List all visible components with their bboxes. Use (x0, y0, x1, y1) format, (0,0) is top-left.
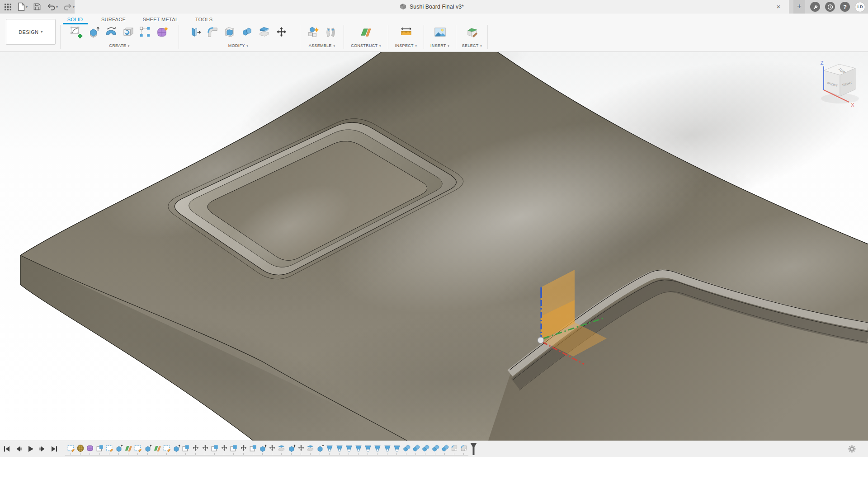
timeline-feature-fillet-icon[interactable] (393, 444, 401, 452)
next-step-button[interactable] (38, 445, 47, 453)
timeline-feature-sketch-icon[interactable] (163, 444, 171, 452)
timeline-feature-extrude-icon[interactable] (288, 444, 296, 452)
revolve-icon[interactable] (104, 25, 118, 40)
timeline-feature-combine-icon[interactable] (412, 444, 420, 452)
timeline-feature-fillet-icon[interactable] (335, 444, 344, 452)
timeline-feature-extrude-icon[interactable] (115, 444, 123, 452)
select-icon[interactable] (465, 25, 480, 40)
timeline-feature-fillet-icon[interactable] (326, 444, 334, 452)
timeline-feature-combine-icon[interactable] (441, 444, 449, 452)
viewport-canvas[interactable]: TOP FRONT RIGHT Z X (0, 52, 868, 441)
timeline-feature-fillet-icon[interactable] (364, 444, 372, 452)
joint-icon[interactable] (323, 25, 338, 40)
previous-step-button[interactable] (14, 445, 23, 453)
tab-sheet-metal[interactable]: SHEET METAL (143, 17, 179, 22)
ribbon-group-label-select[interactable]: SELECT ▾ (457, 43, 487, 48)
account-avatar[interactable]: LD (855, 2, 865, 12)
create-form-icon[interactable] (155, 25, 170, 40)
construction-plane-icon[interactable] (359, 25, 373, 40)
split-body-icon[interactable] (257, 25, 272, 40)
timeline-settings-gear-icon[interactable] (848, 445, 856, 453)
timeline-feature-move-icon[interactable] (220, 444, 228, 452)
save-button[interactable] (32, 1, 42, 13)
timeline-feature-move-icon[interactable] (192, 444, 200, 452)
file-menu-button[interactable]: ▾ (16, 1, 29, 13)
new-component-icon[interactable] (306, 25, 321, 40)
app-grid-icon[interactable] (3, 1, 13, 13)
timeline-feature-move-icon[interactable] (297, 444, 305, 452)
timeline-feature-box-icon[interactable] (230, 444, 238, 452)
tab-solid[interactable]: SOLID (67, 17, 83, 22)
undo-button[interactable]: ▾ (45, 1, 59, 13)
ribbon-group-create: CREATE ▾ (60, 25, 179, 49)
move-copy-icon[interactable] (274, 25, 289, 40)
timeline-feature-combine-icon[interactable] (431, 444, 439, 452)
timeline-feature-sketch-icon[interactable] (67, 444, 75, 452)
timeline-feature-fillet-icon[interactable] (345, 444, 353, 452)
go-to-end-button[interactable] (50, 445, 58, 453)
fillet-icon[interactable] (205, 25, 220, 40)
ribbon-group-label-construct[interactable]: CONSTRUCT ▾ (345, 43, 387, 48)
extrude-icon[interactable] (86, 25, 101, 40)
create-sketch-icon[interactable] (69, 25, 84, 40)
timeline-feature-box-icon[interactable] (96, 444, 104, 452)
tab-surface[interactable]: SURFACE (101, 17, 126, 22)
help-icon[interactable]: ? (840, 2, 850, 12)
rectangular-pattern-icon[interactable] (138, 25, 153, 40)
timeline-feature-fillet-icon[interactable] (373, 444, 382, 452)
timeline-position-marker[interactable] (470, 443, 477, 455)
timeline-feature-split-icon[interactable] (307, 444, 315, 452)
play-button[interactable] (26, 445, 35, 453)
press-pull-icon[interactable] (188, 25, 203, 40)
timeline-feature-combine-icon[interactable] (402, 444, 410, 452)
job-status-icon[interactable] (810, 2, 820, 12)
timeline-feature-cplane-icon[interactable] (124, 444, 132, 452)
timeline-feature-box-icon[interactable] (249, 444, 257, 452)
tab-tools[interactable]: TOOLS (195, 17, 213, 22)
timeline-feature-form-tan-icon[interactable] (76, 444, 85, 452)
timeline-feature-split-icon[interactable] (278, 444, 286, 452)
viewport-3d[interactable]: TOP FRONT RIGHT Z X (0, 52, 868, 441)
timeline-feature-sketch-icon[interactable] (105, 444, 113, 452)
shell-icon[interactable] (222, 25, 237, 40)
ribbon-group-label-insert[interactable]: INSERT ▾ (425, 43, 455, 48)
timeline-feature-move-icon[interactable] (240, 444, 248, 452)
ribbon-group-label-modify[interactable]: MODIFY ▾ (180, 43, 297, 48)
timeline-feature-sketch-icon[interactable] (134, 444, 142, 452)
insert-image-icon[interactable] (433, 25, 448, 40)
origin-point[interactable] (538, 337, 544, 343)
combine-icon[interactable] (240, 25, 255, 40)
ribbon-toolbar: DESIGN ▾ SOLIDSURFACESHEET METALTOOLS CR… (0, 14, 868, 52)
undo-caret[interactable]: ▾ (56, 5, 58, 9)
timeline-feature-fillet-icon[interactable] (354, 444, 363, 452)
timeline-feature-move-icon[interactable] (268, 444, 276, 452)
new-tab-button[interactable]: + (793, 0, 805, 14)
timeline-feature-combine-icon[interactable] (421, 444, 429, 452)
timeline-feature-fillet-icon[interactable] (383, 444, 392, 452)
timeline-feature-fillet-gray-icon[interactable] (460, 444, 468, 452)
timeline-feature-extrude-icon[interactable] (316, 444, 324, 452)
hole-icon[interactable] (121, 25, 136, 40)
timeline-feature-box-icon[interactable] (211, 444, 219, 452)
timeline-feature-move-icon[interactable] (201, 444, 209, 452)
ribbon-group-label-assemble[interactable]: ASSEMBLE ▾ (301, 43, 343, 48)
notifications-clock-icon[interactable] (825, 2, 835, 12)
document-tab[interactable]: Sushi Board Final v3* × (75, 0, 789, 14)
ribbon-group-modify: MODIFY ▾ (180, 25, 297, 49)
ribbon-group-inspect: INSPECT ▾ (389, 25, 423, 49)
close-tab-icon[interactable]: × (774, 2, 783, 12)
timeline-feature-extrude-icon[interactable] (259, 444, 267, 452)
ribbon-group-label-create[interactable]: CREATE ▾ (60, 43, 179, 48)
document-title: Sushi Board Final v3* (410, 4, 464, 10)
timeline-feature-extrude-icon[interactable] (172, 444, 180, 452)
timeline-feature-cplane-icon[interactable] (153, 444, 161, 452)
timeline-feature-extrude-icon[interactable] (144, 444, 152, 452)
measure-icon[interactable] (399, 25, 414, 40)
go-to-start-button[interactable] (3, 445, 11, 453)
timeline-feature-fillet-gray-icon[interactable] (450, 444, 458, 452)
timeline-feature-box-icon[interactable] (182, 444, 190, 452)
ribbon-group-label-inspect[interactable]: INSPECT ▾ (389, 43, 423, 48)
timeline-feature-form-purple-icon[interactable] (86, 444, 94, 452)
design-workspace-dropdown[interactable]: DESIGN ▾ (6, 19, 56, 45)
redo-button[interactable]: ▾ (62, 1, 76, 13)
